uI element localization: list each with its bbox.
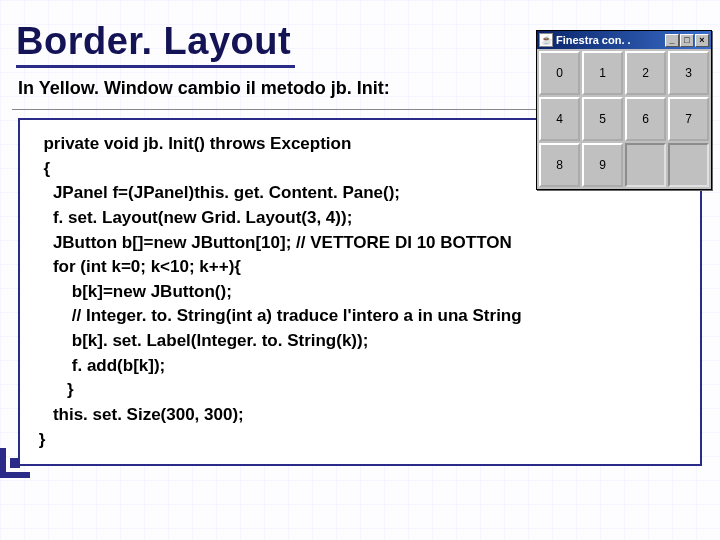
minimize-button[interactable]: _: [665, 34, 679, 47]
grid-button[interactable]: 3: [668, 51, 709, 95]
grid-empty-cell: [668, 143, 709, 187]
grid-button[interactable]: 2: [625, 51, 666, 95]
grid-layout-panel: 0 1 2 3 4 5 6 7 8 9: [537, 49, 711, 189]
close-button[interactable]: ×: [695, 34, 709, 47]
slide: ☕ Finestra con. . _ □ × 0 1 2 3 4 5 6 7 …: [0, 0, 720, 478]
grid-button[interactable]: 6: [625, 97, 666, 141]
page-title: Border. Layout: [16, 20, 295, 65]
grid-empty-cell: [625, 143, 666, 187]
grid-button[interactable]: 7: [668, 97, 709, 141]
maximize-button[interactable]: □: [680, 34, 694, 47]
grid-button[interactable]: 4: [539, 97, 580, 141]
title-underline: Border. Layout: [16, 20, 295, 68]
grid-button[interactable]: 9: [582, 143, 623, 187]
grid-button[interactable]: 1: [582, 51, 623, 95]
window-titlebar: ☕ Finestra con. . _ □ ×: [537, 31, 711, 49]
window-control-buttons: _ □ ×: [665, 34, 709, 47]
grid-button[interactable]: 0: [539, 51, 580, 95]
corner-decoration: [0, 436, 42, 478]
window-title: Finestra con. .: [556, 34, 662, 46]
java-swing-window: ☕ Finestra con. . _ □ × 0 1 2 3 4 5 6 7 …: [536, 30, 712, 190]
grid-button[interactable]: 5: [582, 97, 623, 141]
grid-button[interactable]: 8: [539, 143, 580, 187]
java-cup-icon: ☕: [539, 33, 553, 47]
